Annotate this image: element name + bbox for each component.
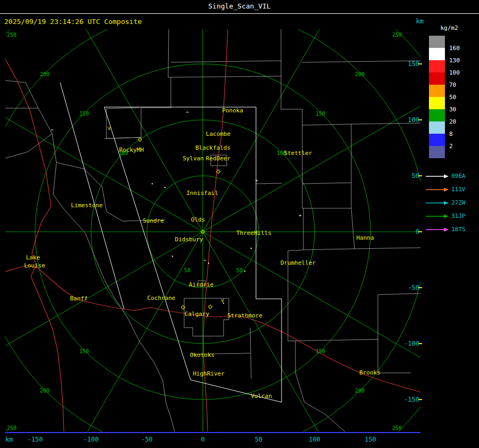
legend-color-box-7 bbox=[429, 121, 445, 134]
boundary-line bbox=[351, 123, 420, 124]
azimuth-line-330 bbox=[38, 29, 203, 232]
legend-color-box-6 bbox=[429, 109, 445, 121]
bottom-axis-label: 50 bbox=[255, 436, 262, 443]
station-id-label: 111V bbox=[451, 186, 466, 193]
range-ring-label: 200 bbox=[355, 388, 365, 394]
title-bar: Single_Scan_VIL bbox=[0, 0, 479, 14]
station-arrow-icon bbox=[426, 227, 449, 232]
station-111v: 111V bbox=[426, 183, 479, 196]
scan-coverage-layer bbox=[60, 83, 282, 402]
vee-marker: v bbox=[221, 297, 224, 303]
range-ring-label: 150 bbox=[79, 111, 89, 117]
range-ring-label: 150 bbox=[316, 111, 325, 117]
city-label-innisfail: Innisfail bbox=[186, 190, 218, 197]
boundary-line bbox=[255, 183, 282, 184]
city-label-olds: Olds bbox=[191, 216, 205, 223]
boundary-line bbox=[250, 328, 251, 379]
city-label-vulcan: Vulcan bbox=[251, 393, 272, 400]
station-arrow-icon bbox=[426, 214, 449, 219]
range-ring-label: 250 bbox=[392, 425, 402, 431]
city-label-threehills: ThreeHills bbox=[236, 230, 271, 237]
scan-sector-edge bbox=[60, 83, 124, 309]
boundary-line bbox=[295, 372, 345, 431]
vee-marker: v bbox=[108, 125, 111, 131]
city-label-louise: Louise bbox=[24, 262, 45, 269]
highway-line bbox=[31, 206, 64, 431]
city-label-cochrane: Cochrane bbox=[147, 295, 176, 302]
legend-color-box-5 bbox=[429, 97, 445, 109]
boundary-line bbox=[378, 339, 411, 373]
bottom-axis-line bbox=[5, 432, 420, 433]
city-label-okotoks: Okotoks bbox=[190, 352, 214, 359]
boundary-line bbox=[171, 76, 281, 77]
city-label-lacombe: Lacombe bbox=[206, 131, 230, 137]
legend-threshold-label: 70 bbox=[449, 82, 456, 88]
right-axis-unit-label: km bbox=[416, 18, 424, 25]
city-label-calgary: Calgary bbox=[185, 311, 209, 317]
town-dot-marker bbox=[164, 187, 166, 188]
city-label-didsbury: Didsbury bbox=[175, 236, 203, 243]
bottom-axis-label: 0 bbox=[201, 436, 204, 443]
boundary-line bbox=[302, 183, 351, 208]
station-arrow-icon bbox=[426, 200, 449, 206]
town-dot-marker bbox=[152, 183, 153, 184]
range-ring-label: 200 bbox=[355, 71, 365, 77]
city-label-sundre: Sundre bbox=[143, 217, 164, 224]
legend-color-box-1 bbox=[429, 48, 445, 60]
city-label-hanna: Hanna bbox=[356, 234, 374, 241]
bottom-axis-label: 100 bbox=[309, 436, 320, 443]
city-label-reddeer: RedDeer bbox=[206, 155, 230, 162]
bottom-axis-label: -50 bbox=[141, 436, 153, 443]
range-ring-label: 200 bbox=[40, 71, 49, 77]
legend-threshold-label: 160 bbox=[449, 45, 460, 52]
city-label-rockymh: RockyMH bbox=[119, 146, 144, 153]
legend-color-scale: 1601301007050302082 bbox=[429, 36, 479, 158]
legend-color-box-8 bbox=[429, 134, 445, 146]
city-label-sylvan: Sylvan bbox=[183, 155, 204, 162]
town-dot-marker bbox=[251, 248, 252, 249]
legend-threshold-label: 30 bbox=[449, 106, 456, 113]
legend-unit-label: kg/m2 bbox=[429, 25, 469, 31]
station-id-label: 27ZW bbox=[451, 199, 466, 206]
legend-color-box-4 bbox=[429, 85, 445, 97]
boundary-line bbox=[288, 208, 303, 372]
radar-viewer-window: Single_Scan_VIL 2025/09/19 23:14:26 UTC … bbox=[0, 0, 479, 448]
town-dot-marker bbox=[172, 256, 173, 257]
station-31jp: 31JP bbox=[426, 209, 479, 223]
range-ring-label: 250 bbox=[7, 32, 16, 38]
town-dot-marker bbox=[244, 271, 245, 272]
boundary-line bbox=[106, 108, 141, 139]
range-ring-label: 250 bbox=[392, 32, 402, 38]
city-label-limestone: Limestone bbox=[71, 202, 103, 209]
range-ring-label: 50 bbox=[184, 267, 191, 273]
legend-threshold-label: 130 bbox=[449, 57, 460, 64]
city-label-brooks: Brooks bbox=[359, 369, 381, 376]
city-label-stettler: Stettler bbox=[284, 150, 312, 157]
radar-map[interactable]: 2502001501001001502002505050150200250150… bbox=[5, 29, 420, 431]
city-label-ponoka: Ponoka bbox=[222, 107, 243, 114]
legend-color-box-0 bbox=[429, 36, 445, 48]
station-arrow-icon bbox=[426, 187, 449, 192]
window-title: Single_Scan_VIL bbox=[208, 2, 270, 10]
boundary-line bbox=[281, 29, 302, 184]
star-marker: * bbox=[255, 179, 258, 184]
boundary-line bbox=[302, 61, 420, 62]
station-id-label: 18TS bbox=[451, 226, 466, 233]
azimuth-line-300 bbox=[5, 67, 203, 232]
bottom-axis: km -150-100-50050100150 bbox=[0, 435, 479, 445]
city-label-lake: Lake bbox=[26, 254, 40, 261]
boundary-line bbox=[56, 162, 165, 221]
city-label-airdrie: Airdrie bbox=[189, 281, 213, 288]
range-ring-label: 150 bbox=[79, 348, 89, 354]
legend-threshold-label: 20 bbox=[449, 118, 456, 125]
caret-marker: ^ bbox=[203, 259, 206, 264]
range-ring-label: 200 bbox=[40, 388, 49, 394]
station-09ea: 09EA bbox=[426, 169, 479, 183]
bottom-axis-label: -150 bbox=[28, 436, 43, 443]
boundary-line bbox=[104, 29, 171, 139]
bottom-axis-label: -100 bbox=[84, 436, 99, 443]
city-label-highriver: HighRiver bbox=[193, 370, 225, 377]
boundary-line bbox=[351, 208, 420, 249]
range-ring-label: 250 bbox=[7, 425, 16, 431]
city-boundary-calgary bbox=[184, 298, 229, 336]
